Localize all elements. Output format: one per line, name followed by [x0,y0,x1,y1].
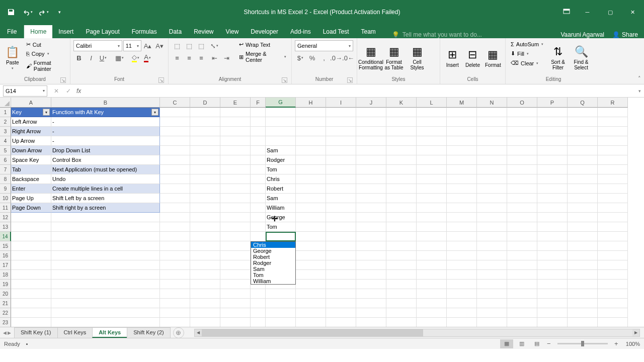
zoom-slider[interactable] [557,343,608,344]
col-header-H[interactable]: H [296,98,326,108]
cell-M18[interactable] [447,270,477,280]
cell-A5[interactable]: Down Arrow [11,146,51,155]
cell-R5[interactable] [598,146,628,155]
cell-E13[interactable] [220,222,251,232]
cell-F3[interactable] [251,127,266,136]
cell-F4[interactable] [251,136,266,146]
cell-D23[interactable] [190,318,220,327]
cell-A18[interactable] [11,270,51,280]
row-header-8[interactable]: 8 [0,174,11,184]
row-header-2[interactable]: 2 [0,117,11,127]
tab-add-ins[interactable]: Add-ins [284,25,317,38]
cell-N3[interactable] [477,127,507,136]
cell-H8[interactable] [296,174,326,184]
cell-M22[interactable] [447,308,477,318]
zoom-level[interactable]: 100% [626,341,640,347]
cell-I11[interactable] [326,203,356,213]
cell-H21[interactable] [296,299,326,308]
row-header-18[interactable]: 18 [0,270,11,280]
cell-Q1[interactable] [568,108,598,117]
conditional-formatting-button[interactable]: ▦Conditional Formatting [360,40,381,75]
cell-A17[interactable] [11,260,51,270]
increase-indent-button[interactable]: ⇥ [221,52,232,63]
undo-button[interactable]: ▾ [20,5,34,19]
cell-H14[interactable] [296,232,326,241]
cell-L3[interactable] [417,127,447,136]
find-select-button[interactable]: 🔍Find & Select [571,40,592,75]
cell-D9[interactable] [190,184,220,194]
grid[interactable]: ABCDEFGHIJKLMNOPQR 123456789101112131415… [0,98,644,327]
cell-R11[interactable] [598,203,628,213]
cell-C5[interactable] [160,146,190,155]
cell-Q8[interactable] [568,174,598,184]
cell-O18[interactable] [507,270,537,280]
row-header-17[interactable]: 17 [0,260,11,270]
cell-G12[interactable]: George [266,213,296,222]
name-box[interactable]: G14 [3,85,47,97]
row-header-21[interactable]: 21 [0,299,11,308]
cell-B21[interactable] [51,299,160,308]
user-name[interactable]: Vaaruni Agarwal [560,31,604,38]
cell-N9[interactable] [477,184,507,194]
cell-B22[interactable] [51,308,160,318]
decrease-decimal-button[interactable]: .0← [343,52,354,63]
cell-L11[interactable] [417,203,447,213]
cell-R6[interactable] [598,155,628,165]
cell-L17[interactable] [417,260,447,270]
cell-L15[interactable] [417,241,447,251]
cell-D14[interactable] [190,232,220,241]
cell-C17[interactable] [160,260,190,270]
cell-O13[interactable] [507,222,537,232]
cell-Q17[interactable] [568,260,598,270]
cell-K22[interactable] [386,308,417,318]
cell-E3[interactable] [220,127,251,136]
cell-A4[interactable]: Up Arrow [11,136,51,146]
cell-Q14[interactable] [568,232,598,241]
cell-J9[interactable] [356,184,386,194]
cell-K17[interactable] [386,260,417,270]
cell-I16[interactable] [326,251,356,260]
cell-L14[interactable] [417,232,447,241]
cell-R21[interactable] [598,299,628,308]
cell-Q12[interactable] [568,213,598,222]
increase-font-button[interactable]: A▴ [142,40,153,51]
cell-E19[interactable] [220,280,251,289]
cell-I4[interactable] [326,136,356,146]
cell-C21[interactable] [160,299,190,308]
cell-P23[interactable] [537,318,568,327]
col-header-G[interactable]: G [266,98,296,108]
ribbon-display-options[interactable] [559,4,574,18]
share-button[interactable]: 👤 Share [612,31,638,38]
cell-O12[interactable] [507,213,537,222]
cell-F21[interactable] [251,299,266,308]
align-center-button[interactable]: ≡ [184,52,195,63]
row-header-13[interactable]: 13 [0,222,11,232]
cell-B7[interactable]: Next Application (must be opened) [51,165,160,174]
cell-N7[interactable] [477,165,507,174]
cell-O4[interactable] [507,136,537,146]
font-name-combo[interactable]: Calibri [73,40,122,51]
cell-L4[interactable] [417,136,447,146]
cell-P2[interactable] [537,117,568,127]
cell-K5[interactable] [386,146,417,155]
merge-center-button[interactable]: ⊞Merge & Center▾ [237,50,288,64]
fill-button[interactable]: ⬇Fill▾ [509,49,545,58]
cell-O17[interactable] [507,260,537,270]
cell-E18[interactable] [220,270,251,280]
cell-D22[interactable] [190,308,220,318]
sheet-tab-ctrl-keys[interactable]: Ctrl Keys [57,327,93,338]
cell-B20[interactable] [51,289,160,299]
cell-I6[interactable] [326,155,356,165]
percent-format-button[interactable]: % [307,52,318,63]
cell-K16[interactable] [386,251,417,260]
cell-M2[interactable] [447,117,477,127]
cell-M14[interactable] [447,232,477,241]
cell-C1[interactable] [160,108,190,117]
cell-Q23[interactable] [568,318,598,327]
cell-J15[interactable] [356,241,386,251]
cell-Q20[interactable] [568,289,598,299]
cell-K7[interactable] [386,165,417,174]
cell-J7[interactable] [356,165,386,174]
cell-I13[interactable] [326,222,356,232]
cell-C14[interactable] [160,232,190,241]
